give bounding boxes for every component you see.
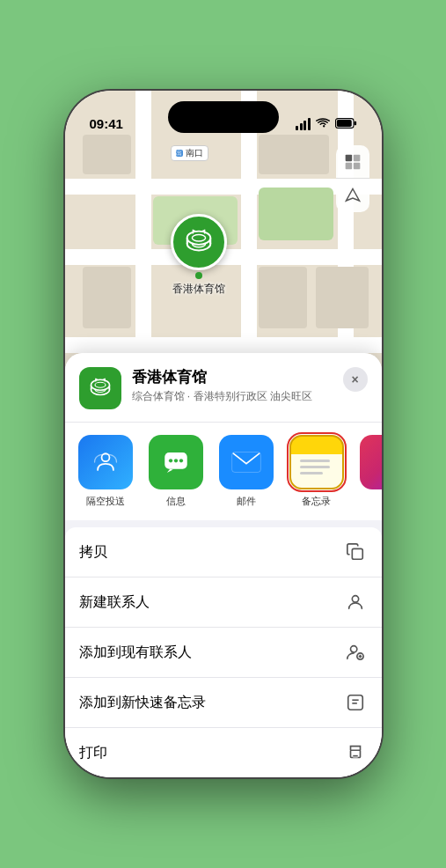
notes-label: 备忘录 bbox=[302, 495, 331, 508]
map-label-nankou: 出 南口 bbox=[171, 145, 208, 161]
map-type-button[interactable] bbox=[336, 145, 369, 179]
messages-label: 信息 bbox=[166, 495, 186, 508]
venue-header: 香港体育馆 综合体育馆 · 香港特别行政区 油尖旺区 × bbox=[65, 353, 382, 423]
svg-rect-5 bbox=[345, 162, 352, 169]
action-copy[interactable]: 拷贝 bbox=[65, 527, 382, 577]
svg-rect-41 bbox=[347, 695, 362, 710]
svg-point-12 bbox=[186, 232, 210, 245]
copy-label: 拷贝 bbox=[79, 543, 107, 562]
add-existing-icon bbox=[343, 640, 368, 665]
print-icon bbox=[343, 740, 368, 765]
airdrop-label: 隔空投送 bbox=[86, 495, 125, 508]
share-mail[interactable]: 邮件 bbox=[218, 435, 274, 508]
mail-label: 邮件 bbox=[237, 495, 256, 508]
svg-point-30 bbox=[168, 459, 172, 462]
signal-icon bbox=[296, 118, 311, 130]
action-add-existing[interactable]: 添加到现有联系人 bbox=[65, 628, 382, 678]
svg-rect-2 bbox=[336, 120, 351, 127]
action-list: 拷贝 新建联系人 bbox=[65, 527, 382, 777]
svg-point-37 bbox=[350, 646, 356, 652]
svg-rect-3 bbox=[345, 154, 352, 161]
new-contact-label: 新建联系人 bbox=[79, 593, 150, 612]
svg-marker-7 bbox=[346, 189, 359, 202]
notes-icon bbox=[289, 435, 344, 489]
svg-rect-1 bbox=[354, 121, 356, 125]
svg-point-36 bbox=[352, 596, 358, 602]
copy-icon bbox=[343, 540, 368, 564]
print-label: 打印 bbox=[79, 744, 107, 762]
phone-frame: 09:41 bbox=[65, 91, 382, 777]
share-row: 隔空投送 信息 bbox=[65, 423, 382, 527]
new-contact-icon bbox=[343, 590, 368, 614]
airdrop-icon bbox=[78, 435, 133, 489]
wifi-icon bbox=[316, 117, 330, 131]
pin-icon bbox=[171, 214, 227, 270]
stadium-pin: 香港体育馆 bbox=[171, 214, 227, 297]
svg-point-31 bbox=[173, 459, 177, 462]
battery-icon bbox=[335, 117, 357, 131]
add-notes-icon bbox=[343, 690, 368, 715]
add-notes-label: 添加到新快速备忘录 bbox=[79, 694, 206, 712]
action-new-contact[interactable]: 新建联系人 bbox=[65, 577, 382, 628]
venue-description: 综合体育馆 · 香港特别行政区 油尖旺区 bbox=[132, 389, 333, 404]
status-time: 09:41 bbox=[90, 116, 123, 131]
svg-rect-4 bbox=[353, 154, 360, 161]
share-messages[interactable]: 信息 bbox=[148, 435, 204, 508]
location-button[interactable] bbox=[336, 179, 369, 212]
venue-info: 香港体育馆 综合体育馆 · 香港特别行政区 油尖旺区 bbox=[132, 367, 333, 404]
map-controls bbox=[336, 145, 369, 212]
share-more[interactable]: 提 bbox=[359, 435, 382, 508]
mail-icon bbox=[219, 435, 274, 489]
dynamic-island bbox=[168, 101, 279, 133]
share-notes[interactable]: 备忘录 bbox=[289, 435, 345, 508]
nankou-dot: 出 bbox=[176, 150, 183, 157]
pin-dot bbox=[195, 272, 202, 279]
status-icons bbox=[296, 117, 357, 131]
svg-rect-6 bbox=[353, 162, 360, 169]
add-existing-label: 添加到现有联系人 bbox=[79, 644, 192, 662]
phone-screen: 09:41 bbox=[65, 91, 382, 777]
action-print[interactable]: 打印 bbox=[65, 728, 382, 777]
pin-label: 香港体育馆 bbox=[172, 282, 225, 297]
close-button[interactable]: × bbox=[343, 367, 368, 392]
messages-icon bbox=[149, 435, 203, 489]
bottom-sheet: 香港体育馆 综合体育馆 · 香港特别行政区 油尖旺区 × 隔空投送 bbox=[65, 353, 382, 777]
venue-icon bbox=[79, 367, 121, 409]
svg-rect-35 bbox=[352, 548, 362, 559]
svg-point-32 bbox=[179, 459, 182, 462]
share-airdrop[interactable]: 隔空投送 bbox=[77, 435, 134, 508]
svg-point-22 bbox=[91, 379, 109, 390]
venue-name: 香港体育馆 bbox=[132, 367, 333, 387]
action-add-notes[interactable]: 添加到新快速备忘录 bbox=[65, 678, 382, 728]
more-icon bbox=[360, 435, 382, 489]
